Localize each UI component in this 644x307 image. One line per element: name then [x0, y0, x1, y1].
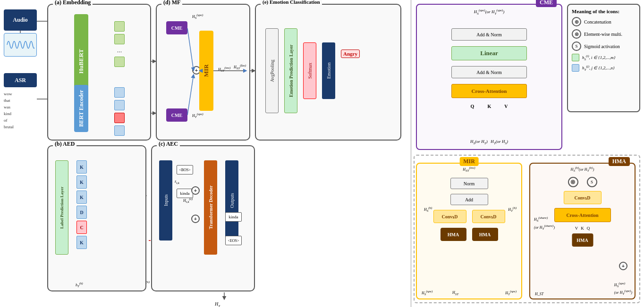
word-3: was: [4, 104, 37, 110]
feat-sq-1: [114, 21, 125, 32]
hma-q: Q: [587, 226, 590, 231]
text-words: wow that was kind of brutal: [4, 91, 37, 130]
sigmoid-item: S Sigmoid activation: [572, 41, 636, 51]
mir-add: Add: [450, 194, 488, 205]
svg-line-18: [187, 75, 194, 115]
dots: ...: [114, 47, 125, 54]
sigmoid-label: Sigmoid activation: [584, 44, 620, 49]
hma-k: K: [581, 226, 584, 231]
hma-detail: HMA HS(b)(or HT(b)) ⊗ S Conv₁D Cross-Att…: [529, 163, 636, 299]
main-container: HS HT HST(fus) HST(inv) HS(spe) HT(spe) …: [0, 0, 644, 307]
feat-sq-b1: [114, 87, 125, 98]
v-label: V: [504, 104, 508, 109]
hma-vkq-row: V K Q: [575, 226, 590, 231]
feat-sq-3: [114, 57, 125, 67]
hma-conv1d: Conv₁D: [564, 191, 602, 204]
hma-title: HMA: [609, 157, 630, 166]
plus-circle-aec-1: +: [191, 186, 200, 195]
hma-mult-icon: ⊗: [568, 177, 578, 187]
qkv-labels: Q K V: [471, 104, 508, 109]
concat-icon: ⊕: [572, 17, 581, 26]
mir-norm: Norm: [450, 178, 488, 189]
add-norm-1: Add & Norm: [451, 28, 527, 41]
k-label: K: [487, 104, 491, 109]
right-panel: CME HS(spe)(or HT(spe)) Add & Norm Linea…: [411, 0, 644, 307]
hma-top-label: HS(b)(or HT(b)): [571, 166, 594, 173]
cme-top: CME: [166, 21, 187, 34]
emotion-output-box: Emotion: [322, 42, 335, 99]
plus-circle-hma: +: [619, 262, 627, 270]
kdc-d: D: [76, 206, 87, 219]
wave-svg: [6, 35, 34, 54]
left-panel: HS HT HST(fus) HST(inv) HS(spe) HT(spe) …: [0, 0, 411, 307]
elemwise-label: Element-wise multi.: [584, 32, 622, 37]
audio-wave: [4, 33, 37, 57]
kdc-k4: K: [76, 236, 87, 249]
hs-spe-bot: HS(spe): [422, 290, 432, 296]
sigmoid-icon: S: [572, 41, 581, 51]
green-features: ...: [114, 21, 125, 67]
meaning-title: Meaning of the icons:: [572, 8, 636, 14]
mir-hma-row: HMA HMA: [441, 228, 498, 241]
green-legend-icon: [572, 54, 579, 61]
word-6: brutal: [4, 124, 37, 130]
emotion-pred-box: Emotion Prediction Layer: [284, 28, 297, 113]
aec-label: (c) AEC: [157, 141, 180, 148]
eos-box: <EOS>: [225, 236, 242, 245]
svg-line-17: [187, 28, 194, 71]
bert-box: BERT Encoder: [74, 85, 88, 132]
feat-sq-b2: [114, 100, 125, 110]
mir-hma-right: HMA: [472, 228, 498, 241]
mir-conv1d-1: Conv₁D: [433, 210, 466, 223]
cme-detail-box: CME HS(spe)(or HT(spe)) Add & Norm Linea…: [416, 4, 562, 150]
hs-share-label: HS(share)(or HT(share)): [534, 216, 555, 232]
mir-conv1d-2: Conv₁D: [472, 210, 505, 223]
blue-features: [114, 87, 125, 136]
cme-top-label: HS(spe)(or HT(spe)): [474, 8, 505, 16]
kdc-k1: K: [76, 160, 87, 174]
q-label: Q: [471, 104, 475, 109]
section-emotion: (e) Emotion Classification AvgPooling Em…: [255, 4, 401, 141]
angry-label: Angry: [341, 50, 360, 58]
ht-k-label: hT(k): [76, 282, 83, 288]
hs-b-label: HS(b): [424, 206, 432, 213]
feat-sq-red: [114, 113, 125, 123]
meaning-box: Meaning of the icons: ⊕ Concatenation ⊗ …: [567, 4, 640, 112]
hma-v: V: [575, 226, 578, 231]
section-aec: (c) AEC Inputs Transformer Decoder Outpu…: [151, 145, 255, 291]
cme-title: CME: [536, 0, 557, 7]
word-1: wow: [4, 91, 37, 97]
kinda-out-box: kinda: [225, 212, 242, 222]
softmax-box: Softmax: [303, 42, 316, 99]
cross-attn-box: Cross-Attention: [451, 84, 527, 98]
kdc-k3: K: [76, 191, 87, 204]
concat-item: ⊕ Concatenation: [572, 17, 636, 26]
avgpool-box: AvgPooling: [265, 28, 279, 113]
ht-b-label: HT(b): [508, 206, 517, 213]
asr-box: ASR: [4, 73, 37, 87]
hst-inv-label: HST(inv): [218, 66, 230, 73]
hs-spe-hma-bot: HS(spe)(or HT(spe)): [614, 281, 632, 297]
hst-fus-label: HST(fus): [234, 64, 246, 70]
add-norm-2: Add & Norm: [451, 66, 527, 78]
kdc-c: C: [76, 221, 87, 234]
mir-conv-row: Conv₁D Conv₁D: [433, 210, 505, 223]
transformer-box: Transformer Decoder: [204, 160, 217, 255]
word-5: of: [4, 117, 37, 124]
audio-box: Audio: [4, 9, 37, 31]
mir-title: MIR: [459, 157, 479, 166]
aed-label: (b) AED: [53, 141, 76, 148]
outputs-box: Outputs: [225, 160, 238, 241]
hma-top-row: ⊗ S: [568, 177, 597, 187]
bos-box: <BOS>: [177, 165, 193, 174]
blue-legend-item: hT(j), j ∈ {1,2,...,n}: [572, 64, 636, 72]
hst-hma-bot: H_ST: [535, 292, 543, 296]
hma-internals: ⊗ S Conv₁D Cross-Attention V K Q: [554, 177, 611, 231]
elemwise-icon: ⊗: [572, 29, 581, 39]
label-pred-box: Label Prediction Layer: [55, 160, 68, 255]
mir-internals: Norm Add Conv₁D Conv₁D HMA HMA: [433, 178, 505, 241]
feat-sq-2: [114, 34, 125, 44]
hs-spe-label: HS(spe): [192, 13, 203, 20]
concat-label: Concatenation: [584, 19, 611, 25]
hst-inv-top: HST(inv): [463, 166, 475, 173]
